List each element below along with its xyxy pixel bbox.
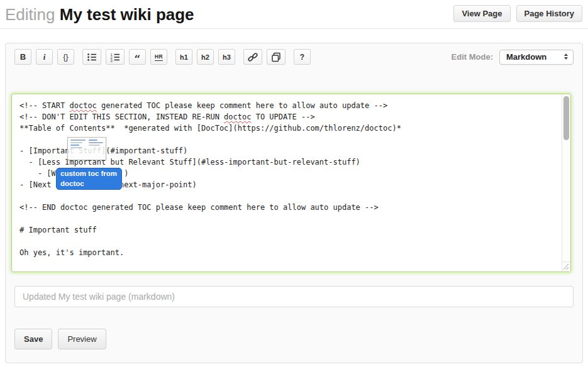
editor-scrollbar-thumb[interactable] [563, 96, 569, 140]
link-icon [248, 52, 258, 62]
resize-grip-icon [562, 263, 570, 271]
page-title-name: My test wiki page [60, 5, 194, 24]
header-buttons: View Page Page History [453, 5, 582, 22]
edit-mode-label: Edit Mode: [452, 52, 493, 62]
link-button[interactable] [243, 49, 262, 65]
unordered-list-button[interactable] [82, 49, 101, 65]
copy-icon [271, 52, 281, 62]
code-braces-icon: {} [63, 53, 68, 62]
page-history-button[interactable]: Page History [516, 5, 582, 22]
italic-icon: i [43, 52, 46, 62]
italic-button[interactable]: i [36, 49, 53, 65]
chevron-updown-icon [564, 53, 568, 60]
svg-text:3: 3 [111, 59, 113, 62]
misspelled-word: doctoc [69, 101, 96, 110]
ordered-list-button[interactable]: 1 2 3 [106, 49, 125, 65]
editor-scrollbar-track[interactable] [562, 94, 570, 261]
unordered-list-icon [87, 52, 97, 62]
h2-icon: h2 [201, 53, 209, 61]
edit-mode-group: Edit Mode: Markdown [452, 50, 574, 65]
page-title-prefix: Editing [5, 5, 55, 24]
preview-button[interactable]: Preview [58, 329, 106, 349]
h1-icon: h1 [180, 53, 188, 61]
code-line: # Important stuff [19, 224, 558, 236]
copy-button[interactable] [267, 49, 286, 65]
ghost-left-column [70, 140, 86, 158]
code-button[interactable]: {} [57, 49, 74, 65]
drag-filename-label: custom toc from doctoc wiki5.png [56, 168, 122, 190]
h3-button[interactable]: h3 [218, 49, 235, 65]
edit-mode-select[interactable]: Markdown [499, 50, 574, 65]
code-line: Oh yes, it's important. [19, 247, 558, 258]
code-line: <!-- DON'T EDIT THIS SECTION, INSTEAD RE… [19, 111, 558, 123]
edit-mode-selected-value: Markdown [506, 52, 559, 62]
drag-filename-line2: doctoc wiki5.png [60, 179, 118, 199]
code-line: <!-- END doctoc generated TOC please kee… [19, 202, 558, 213]
ghost-right-column [89, 140, 104, 158]
page-header: Editing My test wiki page View Page Page… [0, 0, 588, 29]
misspelled-word: doctoc [224, 112, 251, 121]
horizontal-rule-icon: HR [155, 53, 163, 61]
formatting-toolbar: B i {} 1 2 3 “ HR h1 h2 h3 [6, 43, 582, 65]
horizontal-rule-button[interactable]: HR [150, 49, 167, 65]
drag-ghost-image-thumbnail [67, 137, 106, 160]
wiki-content-textarea[interactable]: <!-- START doctoc generated TOC please k… [11, 94, 571, 272]
bold-button[interactable]: B [14, 49, 31, 65]
view-page-button[interactable]: View Page [453, 5, 510, 22]
drag-filename-line1: custom toc from [60, 169, 118, 179]
code-line [19, 236, 558, 247]
form-actions: Save Preview [14, 329, 574, 349]
bold-icon: B [20, 52, 26, 62]
h3-icon: h3 [223, 53, 231, 61]
help-icon: ? [300, 53, 304, 62]
blockquote-icon: “ [135, 57, 141, 62]
h2-button[interactable]: h2 [197, 49, 214, 65]
commit-message-input[interactable] [14, 286, 574, 307]
help-button[interactable]: ? [294, 49, 311, 65]
resize-grip[interactable] [562, 261, 570, 271]
code-line: **Table of Contents** *generated with [D… [19, 123, 558, 134]
blockquote-button[interactable]: “ [129, 49, 146, 65]
save-button[interactable]: Save [14, 329, 52, 349]
code-line: <!-- START doctoc generated TOC please k… [19, 100, 558, 111]
editor-panel: B i {} 1 2 3 “ HR h1 h2 h3 [5, 43, 583, 363]
h1-button[interactable]: h1 [175, 49, 192, 65]
code-line [19, 213, 558, 224]
ordered-list-icon: 1 2 3 [110, 52, 120, 62]
